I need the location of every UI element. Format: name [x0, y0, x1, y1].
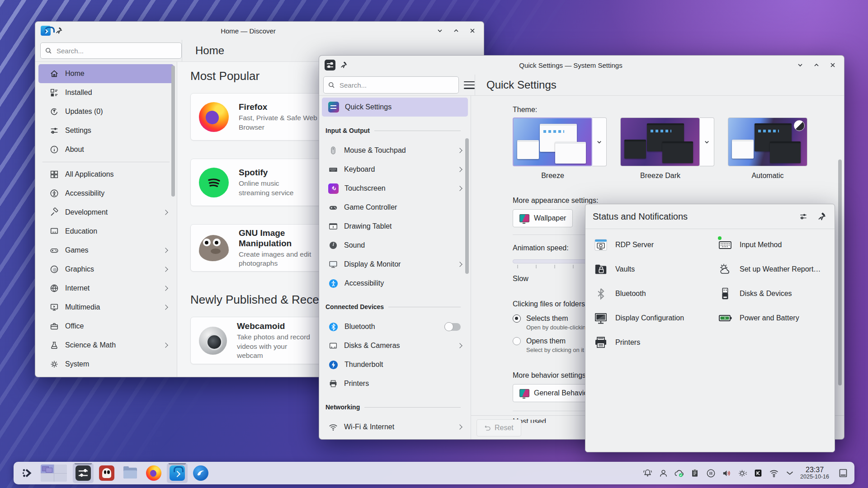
- sidebar-item-accessibility[interactable]: Accessibility: [322, 274, 468, 293]
- radio-unselected-icon[interactable]: [513, 337, 521, 345]
- volume-icon[interactable]: [720, 465, 733, 481]
- task-discover[interactable]: [167, 463, 188, 483]
- pin-icon[interactable]: [816, 211, 827, 222]
- sidebar-item-touchscreen[interactable]: Touchscreen: [322, 179, 468, 198]
- sidebar-item-all-applications[interactable]: All Applications: [38, 165, 174, 184]
- sidebar-item-accessibility[interactable]: Accessibility: [38, 184, 174, 203]
- wallpaper-button[interactable]: Wallpaper: [513, 209, 573, 227]
- show-desktop-button[interactable]: [836, 465, 850, 481]
- desktop-4-cell[interactable]: [54, 474, 67, 482]
- configure-icon[interactable]: [797, 211, 809, 222]
- sidebar-item-label: Games: [65, 246, 89, 254]
- sidebar-item-game-controller[interactable]: Game Controller: [322, 198, 468, 217]
- desktop-2-cell[interactable]: [54, 465, 67, 473]
- sidebar-item-keyboard[interactable]: Keyboard: [322, 160, 468, 179]
- discover-titlebar[interactable]: Home — Discover: [35, 22, 484, 40]
- reset-button[interactable]: Reset: [476, 419, 521, 436]
- user-icon[interactable]: [656, 465, 670, 481]
- theme-option-breeze[interactable]: Breeze: [513, 117, 607, 180]
- sidebar-item-internet[interactable]: Internet: [38, 279, 174, 298]
- content-scrollbar[interactable]: [838, 160, 842, 385]
- sidebar-item-thunderbolt[interactable]: Thunderbolt: [322, 355, 468, 374]
- pin-icon[interactable]: [340, 61, 347, 69]
- automatic-thumbnail[interactable]: [728, 117, 807, 166]
- task-dolphin[interactable]: [120, 463, 141, 483]
- pin-icon[interactable]: [55, 27, 62, 34]
- close-icon[interactable]: [467, 25, 478, 37]
- general-behavior-button[interactable]: General Behavior: [513, 384, 597, 402]
- sidebar-item-online-accounts[interactable]: Online Accounts: [322, 436, 468, 440]
- breeze-dark-thumbnail[interactable]: [620, 117, 700, 166]
- tray-entry-disks-devices[interactable]: Disks & Devices: [714, 282, 832, 306]
- tray-entry-printers[interactable]: Printers: [590, 330, 714, 355]
- close-icon[interactable]: [827, 59, 839, 71]
- cloud-sync-icon[interactable]: [672, 465, 686, 481]
- settings-titlebar[interactable]: Quick Settings — System Settings: [319, 56, 844, 75]
- breeze-thumbnail[interactable]: [513, 117, 592, 166]
- virtual-desktop-pager[interactable]: [41, 465, 67, 482]
- media-pause-icon[interactable]: [704, 465, 717, 481]
- maximize-icon[interactable]: [811, 59, 822, 71]
- theme-dropdown-button[interactable]: [700, 117, 714, 166]
- theme-option-automatic[interactable]: Automatic: [728, 117, 807, 180]
- minimize-icon[interactable]: [434, 25, 446, 37]
- sidebar-item-science-math[interactable]: Science & Math: [38, 336, 174, 355]
- theme-dropdown-button[interactable]: [592, 117, 607, 166]
- sidebar-item-sound[interactable]: Sound: [322, 236, 468, 255]
- sidebar-scrollbar[interactable]: [465, 138, 469, 274]
- notifications-bell-icon[interactable]: [641, 465, 654, 481]
- hamburger-menu-icon[interactable]: [464, 81, 475, 89]
- sidebar-scrollbar[interactable]: [171, 66, 175, 197]
- sidebar-item-wifi-internet[interactable]: Wi-Fi & Internet: [322, 418, 468, 436]
- theme-option-breeze-dark[interactable]: Breeze Dark: [620, 117, 714, 180]
- digital-clock[interactable]: 23:37 2025-10-16: [800, 466, 829, 480]
- minimize-icon[interactable]: [794, 59, 806, 71]
- task-falkon[interactable]: [190, 463, 211, 483]
- desktop-3-cell[interactable]: [41, 474, 54, 482]
- app-launcher-icon[interactable]: [18, 464, 36, 482]
- sidebar-item-display-monitor[interactable]: Display & Monitor: [322, 255, 468, 274]
- bluetooth-toggle[interactable]: [444, 323, 461, 331]
- tray-entry-vaults[interactable]: Vaults: [590, 257, 714, 282]
- tray-entry-bluetooth[interactable]: Bluetooth: [590, 282, 714, 306]
- desktop-1-cell[interactable]: [41, 465, 54, 473]
- sidebar-item-graphics[interactable]: Graphics: [38, 260, 174, 279]
- tray-entry-input-method[interactable]: Input Method: [714, 233, 832, 257]
- sidebar-item-mouse-touchpad[interactable]: Mouse & Touchpad: [322, 141, 468, 160]
- sidebar-item-education[interactable]: Education: [38, 222, 174, 241]
- sidebar-item-quick-settings[interactable]: Quick Settings: [322, 98, 468, 117]
- sidebar-item-office[interactable]: Office: [38, 317, 174, 336]
- sidebar-item-bluetooth[interactable]: Bluetooth: [322, 317, 468, 336]
- search-input-field[interactable]: [56, 47, 177, 55]
- sidebar-item-home[interactable]: Home: [38, 64, 174, 83]
- search-input[interactable]: [40, 42, 182, 59]
- kate-icon[interactable]: [751, 465, 765, 481]
- search-input[interactable]: [323, 76, 459, 94]
- brightness-icon[interactable]: [736, 465, 749, 481]
- sidebar-item-system[interactable]: System: [38, 355, 174, 374]
- sidebar-item-installed[interactable]: Installed: [38, 83, 174, 102]
- maximize-icon[interactable]: [450, 25, 462, 37]
- network-wifi-icon[interactable]: [767, 465, 781, 481]
- task-system-settings[interactable]: [73, 463, 94, 483]
- sidebar-item-printers[interactable]: Printers: [322, 374, 468, 393]
- sidebar-item-development[interactable]: Development: [38, 203, 174, 222]
- search-input-field[interactable]: [339, 81, 454, 89]
- sidebar-item-disks-cameras[interactable]: Disks & Cameras: [322, 336, 468, 355]
- sidebar-item-multimedia[interactable]: Multimedia: [38, 298, 174, 317]
- task-ghostwriter[interactable]: [96, 463, 117, 483]
- sidebar-item-games[interactable]: Games: [38, 241, 174, 260]
- expand-tray-icon[interactable]: [783, 465, 797, 481]
- tray-entry-display-configuration[interactable]: Display Configuration: [590, 306, 714, 330]
- sidebar-item-drawing-tablet[interactable]: Drawing Tablet: [322, 217, 468, 236]
- sidebar-item-about[interactable]: About: [38, 140, 174, 159]
- tray-entry-power-battery[interactable]: Power and Battery: [714, 306, 832, 330]
- tray-entry-rdp-server[interactable]: RDP Server: [590, 233, 714, 257]
- task-firefox[interactable]: [143, 463, 164, 483]
- tray-entry-weather[interactable]: Set up Weather Report…: [714, 257, 832, 282]
- sidebar-item-updates[interactable]: Updates (0): [38, 102, 174, 121]
- clipboard-icon[interactable]: [688, 465, 702, 481]
- thunderbolt-icon: [328, 360, 339, 370]
- sidebar-item-settings[interactable]: Settings: [38, 121, 174, 140]
- radio-selected-icon[interactable]: [513, 314, 521, 323]
